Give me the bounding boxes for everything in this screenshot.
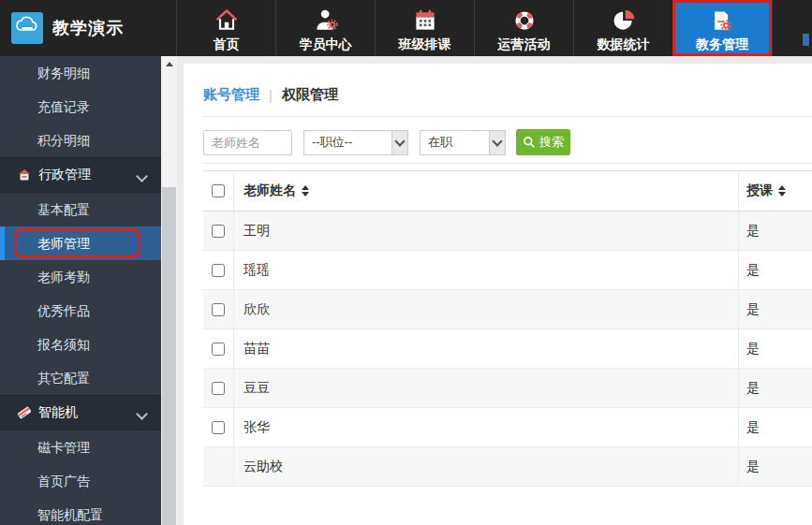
sidebar-item-recharge-records[interactable]: 充值记录 [0,90,161,124]
divider [203,116,812,117]
search-icon [523,136,536,149]
cell-teacher-name: 豆豆 [233,369,738,407]
column-header-teacher-name[interactable]: 老师姓名 [233,171,738,211]
sort-icon[interactable] [778,185,786,197]
table-row: 瑶瑶 是 [203,251,812,290]
sidebar-item-finance-detail[interactable]: 财务明细 [0,56,161,90]
sidebar-section-smart-machine[interactable]: 智能机 [0,395,161,430]
nav-item-student-center[interactable]: 学员中心 [275,0,375,56]
sidebar-scrollbar [161,56,177,525]
scroll-up-icon [166,62,173,66]
row-checkbox[interactable] [212,343,225,356]
header-checkbox-cell [203,171,233,211]
sidebar-item-basic-config[interactable]: 基本配置 [0,193,161,226]
cell-teaches: 是 [738,447,812,486]
cell-teacher-name: 苗苗 [233,329,738,368]
smart-machine-icon [17,406,32,419]
sidebar-item-points-detail[interactable]: 积分明细 [0,124,161,157]
sidebar-item-magnetic-card[interactable]: 磁卡管理 [0,430,161,464]
cutoff-nav-icon [803,34,809,46]
nav-item-operations[interactable]: 运营活动 [474,0,573,56]
position-select[interactable]: --职位-- [303,130,408,155]
cell-teaches: 是 [738,408,812,446]
status-select[interactable]: 在职 [420,130,506,155]
content-panel: 账号管理 | 权限管理 --职位-- 在职 [184,64,812,525]
scroll-up-button[interactable] [161,56,177,72]
cell-teaches: 是 [738,329,812,368]
cell-teacher-name: 张华 [233,408,738,446]
folder-gear-icon [709,7,735,34]
nav-item-home[interactable]: 首页 [176,0,275,56]
row-checkbox[interactable] [212,225,225,238]
table-row: 张华 是 [203,408,812,447]
sidebar-item-homepage-ads[interactable]: 首页广告 [0,464,161,498]
dropdown-arrow-icon [489,131,505,154]
cell-teaches: 是 [738,211,812,250]
nav-item-cutoff[interactable] [772,0,809,56]
sidebar-item-excellent-works[interactable]: 优秀作品 [0,294,161,328]
cell-teaches: 是 [738,251,812,289]
empty-checkbox-cell [203,447,233,486]
student-center-icon [313,7,339,34]
app-logo[interactable] [11,12,43,44]
pie-chart-icon [611,7,637,34]
main-nav: 首页 学员中心 [176,0,809,56]
table-row: 王明 是 [203,211,812,251]
select-all-checkbox[interactable] [212,184,225,197]
home-icon [214,7,240,34]
admin-icon [17,168,32,182]
row-checkbox[interactable] [212,382,225,395]
table-row: 云助校 是 [203,447,812,487]
sidebar-item-other-config[interactable]: 其它配置 [0,361,161,395]
filter-bar: --职位-- 在职 搜索 [203,129,812,155]
table-row: 豆豆 是 [203,369,812,408]
lifebuoy-icon [511,7,538,34]
nav-item-class-scheduling[interactable]: 班级排课 [375,0,474,56]
row-checkbox[interactable] [212,264,225,277]
table-row: 苗苗 是 [203,329,812,369]
sort-icon[interactable] [302,185,309,197]
tab-bar: 账号管理 | 权限管理 [203,64,812,104]
nav-item-statistics[interactable]: 数据统计 [573,0,672,56]
sidebar-menu: 财务明细 充值记录 积分明细 行政管理 基本配置 老师管理 老师考勤 优秀作品 … [0,56,161,525]
scrollbar-thumb[interactable] [162,187,176,525]
cell-teacher-name: 王明 [233,211,738,250]
top-navigation-bar: 教学演示 首页 学员中心 [0,0,812,56]
nav-item-academic-admin[interactable]: 教务管理 [672,0,772,56]
teacher-table: 老师姓名 授课 王明 是 瑶瑶 是 [203,170,812,487]
cell-teaches: 是 [738,290,812,328]
divider [203,163,812,164]
dropdown-arrow-icon [391,131,407,154]
tab-separator: | [269,87,273,103]
cell-teacher-name: 欣欣 [233,290,738,328]
row-checkbox[interactable] [212,303,225,316]
column-header-teaches[interactable]: 授课 [738,171,812,211]
sidebar-item-registration-notice[interactable]: 报名须知 [0,328,161,361]
cell-teacher-name: 云助校 [233,447,738,486]
cell-teaches: 是 [738,369,812,407]
app-title: 教学演示 [52,0,124,56]
search-button[interactable]: 搜索 [516,129,570,155]
chevron-down-icon [136,170,148,182]
sidebar-item-smart-machine-config[interactable]: 智能机配置 [0,498,161,525]
sidebar-item-teacher-management[interactable]: 老师管理 [0,226,161,260]
sidebar-item-teacher-attendance[interactable]: 老师考勤 [0,260,161,294]
cell-teacher-name: 瑶瑶 [233,251,738,289]
main-area: 账号管理 | 权限管理 --职位-- 在职 [177,56,812,525]
row-checkbox[interactable] [212,421,225,434]
table-row: 欣欣 是 [203,290,812,329]
cloud-logo-icon [14,15,40,41]
tab-account-management[interactable]: 账号管理 [203,86,259,104]
tab-permission-management: 权限管理 [282,86,338,104]
table-header-row: 老师姓名 授课 [203,170,812,211]
teacher-name-input[interactable] [203,130,292,155]
sidebar-section-admin-management[interactable]: 行政管理 [0,157,161,193]
chevron-down-icon [136,408,148,420]
calendar-icon [412,7,438,34]
